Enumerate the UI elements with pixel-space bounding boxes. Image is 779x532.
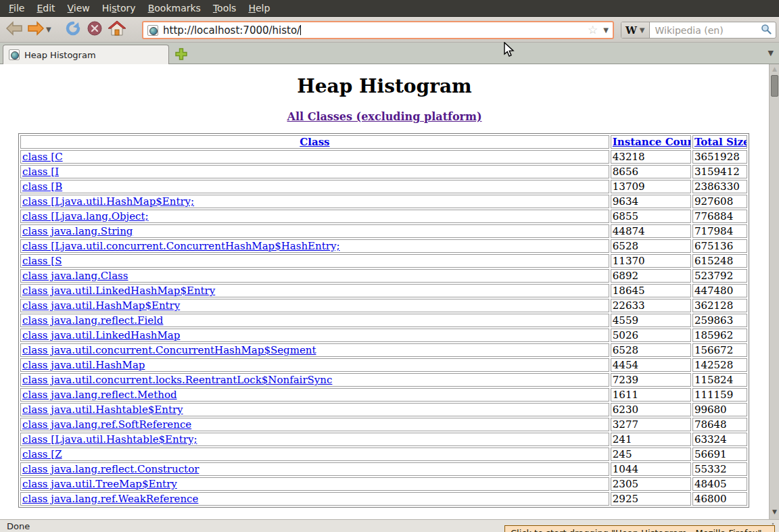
instance-count-cell: 1044	[611, 462, 691, 476]
class-link[interactable]: class [C	[22, 151, 63, 163]
total-size-cell: 99680	[692, 403, 747, 416]
list-all-tabs-button[interactable]: ▼	[768, 49, 774, 57]
url-dropdown-icon[interactable]: ▼	[603, 26, 609, 34]
class-link[interactable]: class java.lang.Class	[22, 270, 128, 282]
back-button[interactable]	[5, 20, 23, 40]
stop-button[interactable]	[87, 20, 103, 40]
class-link[interactable]: class [I	[22, 166, 59, 178]
plus-icon	[176, 49, 187, 59]
class-link[interactable]: class [Ljava.util.concurrent.ConcurrentH…	[22, 240, 339, 252]
table-row: class [Z24556691	[20, 448, 747, 461]
class-link[interactable]: class java.util.LinkedHashMap$Entry	[22, 285, 215, 297]
search-engine-selector[interactable]: W ▼	[621, 22, 650, 38]
vertical-scrollbar[interactable]: ▲ ▼	[769, 64, 779, 519]
class-link[interactable]: class java.lang.reflect.Constructor	[22, 463, 199, 475]
table-row: class [Ljava.util.concurrent.ConcurrentH…	[20, 239, 747, 253]
new-tab-button[interactable]	[174, 47, 188, 61]
menu-help[interactable]: Help	[242, 1, 276, 16]
chevron-down-icon: ▼	[640, 26, 645, 34]
total-size-cell: 142528	[692, 358, 747, 372]
search-input[interactable]: Wikipedia (en)	[655, 25, 761, 36]
class-link[interactable]: class java.lang.reflect.Field	[22, 314, 163, 327]
total-size-cell: 675136	[692, 239, 747, 253]
menu-history[interactable]: History	[96, 1, 142, 16]
total-size-cell: 3651928	[692, 150, 747, 164]
menu-view[interactable]: View	[62, 1, 96, 16]
bookmark-star-icon[interactable]: ☆	[588, 24, 598, 36]
class-link[interactable]: class java.util.Hashtable$Entry	[22, 404, 183, 416]
drag-tooltip: Click to start dragging "Heap Histogram …	[504, 525, 775, 532]
class-link[interactable]: class [Z	[22, 448, 62, 460]
navigation-toolbar: ▼ http://localhost:7000/histo/	[0, 17, 779, 43]
total-size-cell: 3159412	[692, 165, 747, 178]
chevron-down-icon: ▼	[46, 26, 51, 33]
table-row: class java.util.LinkedHashMap5026185962	[20, 329, 747, 342]
heap-histogram-table: Class Instance Count Total Size class [C…	[18, 133, 749, 508]
tab-favicon-icon	[9, 49, 20, 60]
instance-count-cell: 22633	[611, 299, 691, 312]
table-row: class java.lang.ref.WeakReference2925468…	[20, 492, 747, 506]
class-link[interactable]: class [Ljava.util.HashMap$Entry;	[22, 195, 194, 208]
mouse-cursor-icon	[503, 42, 515, 61]
search-bar[interactable]: W ▼ Wikipedia (en)	[621, 22, 776, 39]
class-link[interactable]: class java.util.HashMap	[22, 359, 145, 371]
table-row: class java.util.HashMap$Entry22633362128	[20, 299, 747, 312]
class-link[interactable]: class java.util.HashMap$Entry	[22, 299, 180, 312]
url-bar[interactable]: http://localhost:7000/histo/ ☆ ▼	[142, 21, 614, 39]
class-link[interactable]: class [Ljava.util.Hashtable$Entry;	[22, 433, 197, 445]
reload-icon	[65, 20, 81, 39]
wikipedia-logo-icon: W	[625, 24, 637, 37]
total-size-cell: 776884	[692, 210, 747, 223]
all-classes-link[interactable]: All Classes (excluding platform)	[287, 110, 482, 123]
instance-count-cell: 11370	[611, 254, 691, 268]
tab-heap-histogram[interactable]: Heap Histogram	[3, 45, 169, 64]
forward-button[interactable]	[27, 20, 45, 40]
table-row: class java.lang.ref.SoftReference3277786…	[20, 418, 747, 431]
sort-by-instance-count-link[interactable]: Instance Count	[613, 136, 691, 148]
tab-title: Heap Histogram	[24, 50, 96, 60]
class-link[interactable]: class [S	[22, 255, 62, 267]
url-input[interactable]: http://localhost:7000/histo/	[163, 24, 300, 37]
class-link[interactable]: class [B	[22, 180, 62, 193]
class-link[interactable]: class [Ljava.lang.Object;	[22, 210, 149, 222]
class-link[interactable]: class java.lang.String	[22, 225, 133, 237]
scrollbar-thumb[interactable]	[771, 75, 778, 97]
back-forward-dropdown[interactable]: ▼	[46, 20, 51, 40]
total-size-cell: 927608	[692, 195, 747, 208]
menu-file[interactable]: File	[3, 1, 30, 16]
total-size-cell: 2386330	[692, 180, 747, 193]
table-row: class java.lang.String44874717984	[20, 224, 747, 238]
reload-button[interactable]	[65, 20, 81, 40]
menu-edit[interactable]: Edit	[30, 1, 61, 16]
page-title: Heap Histogram	[0, 75, 769, 97]
class-link[interactable]: class java.lang.ref.WeakReference	[22, 493, 198, 505]
table-row: class java.util.concurrent.locks.Reentra…	[20, 373, 747, 387]
all-classes-link-wrap: All Classes (excluding platform)	[0, 110, 769, 123]
scroll-up-icon[interactable]: ▲	[770, 66, 779, 72]
text-caret	[300, 25, 301, 35]
class-link[interactable]: class java.util.TreeMap$Entry	[22, 478, 177, 490]
instance-count-cell: 6230	[611, 403, 691, 416]
scroll-down-icon[interactable]: ▼	[770, 508, 779, 515]
home-button[interactable]	[108, 20, 126, 40]
sort-by-class-link[interactable]: Class	[300, 136, 329, 148]
instance-count-cell: 6855	[611, 210, 691, 223]
total-size-cell: 115824	[692, 373, 747, 387]
instance-count-cell: 44874	[611, 224, 691, 238]
class-link[interactable]: class java.util.LinkedHashMap	[22, 329, 180, 341]
search-icon[interactable]	[761, 24, 772, 37]
total-size-cell: 185962	[692, 329, 747, 342]
table-row: class [Ljava.lang.Object;6855776884	[20, 210, 747, 223]
instance-count-cell: 9634	[611, 195, 691, 208]
class-link[interactable]: class java.util.concurrent.ConcurrentHas…	[22, 344, 316, 356]
menu-bar: FileEditViewHistoryBookmarksToolsHelp	[0, 0, 779, 17]
class-link[interactable]: class java.lang.reflect.Method	[22, 389, 177, 401]
total-size-cell: 362128	[692, 299, 747, 312]
home-icon	[108, 20, 126, 39]
table-row: class java.util.concurrent.ConcurrentHas…	[20, 343, 747, 357]
class-link[interactable]: class java.lang.ref.SoftReference	[22, 418, 191, 431]
menu-tools[interactable]: Tools	[207, 1, 243, 16]
menu-bookmarks[interactable]: Bookmarks	[142, 1, 207, 16]
sort-by-total-size-link[interactable]: Total Size	[694, 136, 747, 148]
class-link[interactable]: class java.util.concurrent.locks.Reentra…	[22, 374, 332, 386]
